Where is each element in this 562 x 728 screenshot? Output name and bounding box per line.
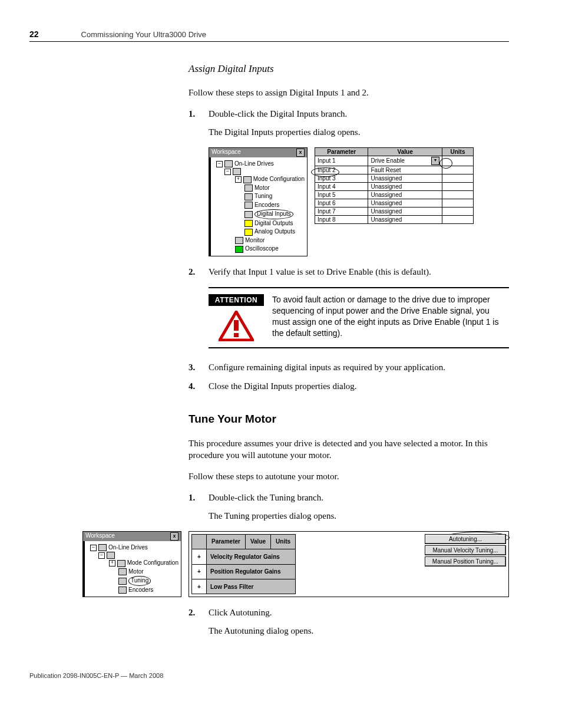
digital-inputs-icon: [244, 211, 253, 218]
tree-item[interactable]: Analog Outputs: [211, 228, 305, 236]
workspace-panel: Workspace x − On-Line Drives − +: [209, 147, 308, 256]
cell-param: Input 1: [315, 156, 368, 166]
workspace-title: Workspace: [85, 532, 115, 541]
step-2b: 2. Click Autotuning. The Autotuning dial…: [189, 607, 509, 637]
close-icon[interactable]: x: [170, 532, 178, 541]
th-value: Value: [245, 534, 270, 549]
cell-value[interactable]: Unassigned: [368, 215, 442, 223]
tree-drive-node[interactable]: −: [85, 552, 178, 559]
collapse-icon[interactable]: −: [90, 545, 97, 551]
drives-icon: [224, 160, 233, 167]
collapse-icon[interactable]: −: [98, 552, 105, 559]
tree-item-digital-inputs[interactable]: Digital Inputs: [211, 209, 305, 219]
tree-root[interactable]: − On-Line Drives: [211, 160, 305, 169]
cell-units: [442, 215, 473, 223]
close-icon[interactable]: x: [296, 149, 305, 157]
chevron-down-icon[interactable]: ▾: [431, 157, 439, 165]
manual-position-tuning-button[interactable]: Manual Position Tuning...: [425, 556, 506, 566]
table-row[interactable]: + Position Regulator Gains: [192, 564, 296, 579]
attention-label: ATTENTION: [209, 294, 264, 306]
cell-value[interactable]: Unassigned: [368, 190, 442, 199]
expand-icon[interactable]: +: [192, 579, 207, 594]
encoders-icon: [118, 587, 127, 594]
tree-item[interactable]: Motor: [85, 568, 178, 577]
tree-item[interactable]: Oscilloscope: [211, 245, 305, 253]
cell-units: [442, 174, 473, 182]
th-units: Units: [271, 534, 296, 549]
table-row[interactable]: Input 3 Unassigned: [315, 174, 474, 182]
collapse-icon[interactable]: −: [224, 169, 231, 175]
attention-callout: ATTENTION To avoid fault action or damag…: [209, 287, 509, 348]
cell-param: Input 7: [315, 207, 368, 215]
tree-drive-node[interactable]: −: [211, 168, 305, 175]
step-text: Close the Digital Inputs properties dial…: [209, 381, 357, 391]
cell-param: Velocity Regulator Gains: [207, 549, 296, 564]
step-text: Verify that Input 1 value is set to Driv…: [209, 267, 431, 276]
drive-icon: [233, 168, 241, 175]
tree-label: On-Line Drives: [234, 160, 274, 169]
step-2: 2. Verify that Input 1 value is set to D…: [189, 266, 509, 278]
th-parameter: Parameter: [207, 534, 246, 549]
digital-outputs-icon: [244, 220, 253, 227]
tree-root[interactable]: − On-Line Drives: [85, 543, 178, 552]
collapse-icon[interactable]: −: [216, 161, 223, 167]
tree-label: Analog Outputs: [254, 228, 295, 236]
workspace-titlebar: Workspace x: [209, 148, 307, 157]
table-row[interactable]: Input 7 Unassigned: [315, 207, 474, 215]
manual-velocity-tuning-button[interactable]: Manual Velocity Tuning...: [425, 545, 506, 555]
tree-label: Mode Configuration: [253, 175, 305, 184]
tree-label: Digital Inputs: [254, 209, 293, 219]
cell-value[interactable]: Unassigned: [368, 199, 442, 207]
tree-item[interactable]: Encoders: [211, 201, 305, 210]
step-1b: 1. Double-click the Tuning branch. The T…: [189, 492, 509, 522]
expand-icon[interactable]: +: [109, 560, 115, 566]
workspace-panel: Workspace x − On-Line Drives − +: [82, 531, 181, 598]
cell-value[interactable]: Fault Reset: [368, 166, 442, 174]
monitor-icon: [235, 237, 243, 244]
cell-units: [442, 182, 473, 190]
cell-param: Position Regulator Gains: [207, 564, 296, 579]
cell-value[interactable]: Unassigned: [368, 207, 442, 215]
tree-item-tuning[interactable]: Tuning: [85, 576, 178, 586]
tree-item[interactable]: Encoders: [85, 586, 178, 595]
tree-label: Digital Outputs: [254, 219, 293, 228]
tree-label: Monitor: [245, 236, 265, 245]
expand-icon[interactable]: +: [235, 176, 242, 183]
cell-value-dropdown[interactable]: Drive Enable ▾: [368, 156, 442, 166]
table-row[interactable]: + Low Pass Filter: [192, 579, 296, 594]
autotuning-button[interactable]: Autotuning...: [425, 534, 506, 544]
tuning-buttons: Autotuning... Manual Velocity Tuning... …: [425, 534, 506, 595]
cell-value[interactable]: Unassigned: [368, 174, 442, 182]
table-row[interactable]: Input 6 Unassigned: [315, 199, 474, 207]
table-row[interactable]: + Velocity Regulator Gains: [192, 549, 296, 564]
table-row[interactable]: Input 4 Unassigned: [315, 182, 474, 190]
step-subtext: The Tuning properties dialog opens.: [209, 510, 509, 522]
tree-item[interactable]: Motor: [211, 184, 305, 193]
cell-param: Input 5: [315, 190, 368, 199]
cell-value[interactable]: Unassigned: [368, 182, 442, 190]
parameter-panel: Parameter Value Units Input 1 Drive Enab…: [315, 147, 474, 256]
th-value: Value: [368, 147, 442, 156]
step-subtext: The Autotuning dialog opens.: [209, 625, 509, 637]
cell-units: [442, 207, 473, 215]
screenshot-tuning: Workspace x − On-Line Drives − +: [82, 531, 509, 598]
tree-label: Motor: [128, 568, 144, 577]
workspace-titlebar: Workspace x: [83, 532, 181, 541]
th-units: Units: [442, 147, 473, 156]
tree-label: Mode Configuration: [127, 559, 178, 568]
expand-icon[interactable]: +: [192, 549, 207, 564]
tree-item[interactable]: + Mode Configuration: [211, 175, 305, 184]
cell-param: Input 4: [315, 182, 368, 190]
table-row[interactable]: Input 5 Unassigned: [315, 190, 474, 199]
table-row[interactable]: Input 8 Unassigned: [315, 215, 474, 223]
step-number: 4.: [189, 380, 195, 392]
tree-item[interactable]: Monitor: [211, 236, 305, 245]
motor-icon: [118, 568, 127, 575]
cell-param: Low Pass Filter: [207, 579, 296, 594]
tree-item[interactable]: + Mode Configuration: [85, 559, 178, 568]
expand-icon[interactable]: +: [192, 564, 207, 579]
tree-item[interactable]: Digital Outputs: [211, 219, 305, 228]
workspace-title: Workspace: [211, 149, 241, 157]
cell-param: Input 8: [315, 215, 368, 223]
tree-item[interactable]: Tuning: [211, 192, 305, 201]
